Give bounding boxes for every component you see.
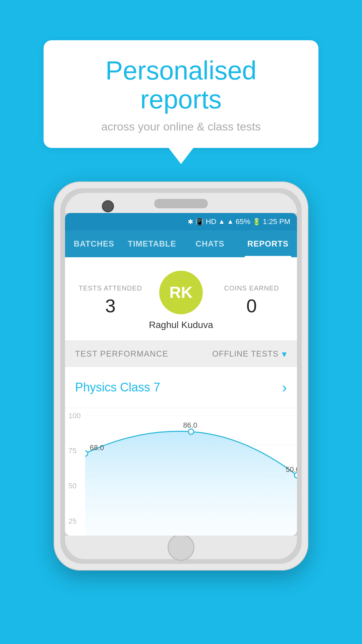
y-label-100: 100 [68,412,81,420]
profile-section: TESTS ATTENDED 3 RK Raghul Kuduva COINS … [65,257,297,340]
avatar-block: RK Raghul Kuduva [146,271,217,330]
phone-inner: ✱ 📳 HD ▲ ▲ 65% 🔋 1:25 PM BATCHES TIMETAB… [60,188,302,564]
speech-bubble: Personalised reports across your online … [44,40,318,148]
svg-text:86.0: 86.0 [183,421,197,429]
avatar-initials: RK [169,283,192,302]
svg-text:68.0: 68.0 [90,443,104,451]
vibrate-icon: 📳 [195,218,204,226]
test-performance-header: TEST PERFORMANCE OFFLINE TESTS ▾ [65,341,297,367]
battery-icon: 🔋 [252,218,261,226]
test-performance-label: TEST PERFORMANCE [75,349,168,359]
tests-attended-value: 3 [75,295,146,317]
status-bar: ✱ 📳 HD ▲ ▲ 65% 🔋 1:25 PM [65,213,297,230]
tests-attended-block: TESTS ATTENDED 3 [75,284,146,317]
chevron-right-icon: › [282,379,287,396]
status-icons: ✱ 📳 HD ▲ ▲ 65% 🔋 1:25 PM [188,217,290,226]
bluetooth-icon: ✱ [188,218,193,226]
coins-earned-value: 0 [216,295,287,317]
y-label-25: 25 [68,517,81,526]
physics-class-label: Physics Class 7 [75,380,160,394]
y-label-75: 75 [68,446,81,455]
tests-attended-label: TESTS ATTENDED [75,284,146,292]
nav-tabs: BATCHES TIMETABLE CHATS REPORTS [65,230,297,257]
battery-text: 65% [236,217,250,226]
camera-icon [102,200,114,212]
chart-svg: 68.0 86.0 50.0 [85,415,297,536]
speaker [154,199,208,208]
chart-y-labels: 100 75 50 25 [68,408,81,536]
bubble-title: Personalised reports [64,56,298,114]
bubble-subtitle: across your online & class tests [64,120,298,133]
y-label-50: 50 [68,482,81,490]
chart-section: 100 75 50 25 [65,408,297,536]
tab-reports[interactable]: REPORTS [239,230,297,257]
offline-tests-label: OFFLINE TESTS [212,349,279,359]
coins-earned-label: COINS EARNED [216,284,287,292]
wifi-icon: ▲ [218,218,225,225]
hd-icon: HD [206,217,217,226]
svg-text:50.0: 50.0 [286,465,297,473]
tab-timetable[interactable]: TIMETABLE [123,230,181,257]
screen: ✱ 📳 HD ▲ ▲ 65% 🔋 1:25 PM BATCHES TIMETAB… [65,213,297,536]
tab-batches[interactable]: BATCHES [65,230,123,257]
phone: ✱ 📳 HD ▲ ▲ 65% 🔋 1:25 PM BATCHES TIMETAB… [54,181,308,571]
phone-outer: ✱ 📳 HD ▲ ▲ 65% 🔋 1:25 PM BATCHES TIMETAB… [54,181,308,571]
user-name: Raghul Kuduva [149,320,213,330]
physics-class-row[interactable]: Physics Class 7 › [65,367,297,408]
svg-point-5 [85,451,88,456]
home-button-area [65,536,297,559]
avatar: RK [159,271,203,314]
chart-area: 68.0 86.0 50.0 [85,415,297,536]
coins-earned-block: COINS EARNED 0 [216,284,287,317]
phone-top-bar [65,193,297,213]
svg-point-6 [188,429,194,434]
chevron-down-icon: ▾ [282,348,287,360]
offline-tests-button[interactable]: OFFLINE TESTS ▾ [212,348,287,360]
home-button[interactable] [168,534,194,561]
signal-icon: ▲ [227,218,234,225]
tab-chats[interactable]: CHATS [181,230,239,257]
time-display: 1:25 PM [263,217,290,226]
